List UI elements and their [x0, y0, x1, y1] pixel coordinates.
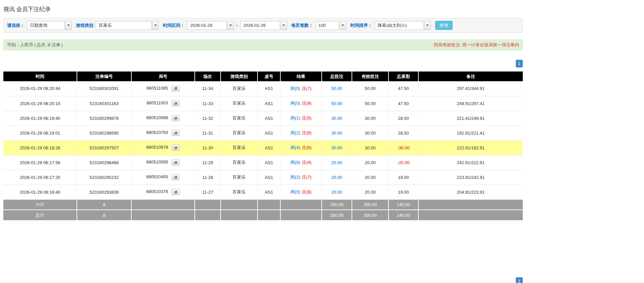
total-bet-link[interactable]: 20.00 — [331, 190, 342, 195]
col-header-round: 局号 — [131, 72, 195, 81]
range-separator: ~ — [236, 23, 238, 28]
subtotal-payout: 140.00 — [388, 199, 418, 210]
game-category-select[interactable]: 百家乐 — [96, 21, 158, 30]
total-bet-cell: 30.00 — [322, 111, 352, 126]
session-cell: 11-30 — [195, 140, 221, 155]
game-cell: 百家乐 — [221, 140, 258, 155]
replay-icon[interactable] — [172, 145, 180, 151]
grand-total-row: 总计 8 250.00 250.00 140.00 — [3, 210, 523, 220]
payout-cell: 47.50 — [388, 81, 418, 96]
bet-id-cell: 523160301163 — [77, 96, 131, 111]
total-bet-cell: 20.00 — [322, 185, 352, 199]
date-range-group: 时间区间： 2026-01-29 ~ 2026-01-29 — [163, 21, 287, 30]
payout-cell: 28.50 — [388, 111, 418, 126]
player-result: 闲(4) — [290, 145, 300, 150]
total-bet-cell: 30.00 — [322, 126, 352, 140]
replay-icon[interactable] — [172, 130, 180, 136]
session-cell: 11-27 — [195, 185, 221, 199]
total-bet-link[interactable]: 20.00 — [331, 160, 342, 165]
table-row: 2026-01-29 06:16:40 523160293839 6805103… — [3, 185, 523, 199]
grand-total-valid-bet: 250.00 — [352, 210, 388, 220]
time-sort-select[interactable]: 降幂(由大到小) — [375, 21, 431, 30]
filter-bar: 请选择： 日期查询 游戏类别 百家乐 时间区间： 2026-01-29 ~ 20… — [3, 18, 523, 33]
col-header-bet-id: 注单编号 — [77, 72, 131, 81]
round-cell: 680511085 — [131, 81, 195, 96]
col-header-payout: 总派彩 — [388, 72, 418, 81]
total-bet-link[interactable]: 30.00 — [331, 131, 342, 136]
time-sort-value[interactable]: 降幂(由大到小) — [375, 21, 424, 30]
chevron-down-icon[interactable] — [281, 21, 287, 30]
col-header-game: 游戏类别 — [221, 72, 258, 81]
session-cell: 11-29 — [195, 155, 221, 170]
chevron-down-icon[interactable] — [340, 21, 346, 30]
session-cell: 11-34 — [195, 81, 221, 96]
result-cell: 闲(0)庄(8) — [280, 185, 322, 199]
grand-total-label: 总计 — [3, 210, 77, 220]
game-cell: 百家乐 — [221, 185, 258, 199]
currency-summary: 币别：人民币 | 总共 :8 注单 | — [7, 42, 63, 48]
query-type-value[interactable]: 日期查询 — [27, 21, 64, 30]
round-number: 680510678 — [146, 145, 168, 150]
subtotal-total-bet: 250.00 — [322, 199, 352, 210]
table-no-cell: AS1 — [258, 140, 280, 155]
replay-icon[interactable] — [172, 100, 180, 106]
empty-cell — [258, 199, 280, 210]
chevron-down-icon[interactable] — [152, 21, 158, 30]
bet-id-cell: 523160293839 — [77, 185, 131, 199]
replay-icon[interactable] — [172, 174, 180, 180]
date-to-value[interactable]: 2026-01-29 — [240, 21, 280, 30]
subtotal-valid-bet: 250.00 — [352, 199, 388, 210]
total-bet-link[interactable]: 20.00 — [331, 175, 342, 180]
replay-icon[interactable] — [172, 86, 180, 92]
date-from-value[interactable]: 2026-01-29 — [187, 21, 227, 30]
result-cell: 闲(0)庄(9) — [280, 96, 322, 111]
replay-icon[interactable] — [172, 115, 180, 121]
date-from-select[interactable]: 2026-01-29 — [187, 21, 234, 30]
remark-cell: 192.91/221.41 — [418, 126, 523, 140]
total-bet-cell: 20.00 — [322, 155, 352, 170]
page-1-button[interactable]: 1 — [516, 277, 523, 283]
chevron-down-icon[interactable] — [227, 21, 234, 30]
round-number: 680510793 — [146, 130, 168, 135]
remark-cell: 223.91/242.91 — [418, 170, 523, 185]
table-no-cell: AS1 — [258, 126, 280, 140]
chevron-down-icon[interactable] — [424, 21, 431, 30]
query-type-select[interactable]: 日期查询 — [27, 21, 72, 30]
bet-id-cell: 523160302091 — [77, 81, 131, 96]
empty-cell — [418, 210, 523, 220]
game-cell: 百家乐 — [221, 111, 258, 126]
page-1-button[interactable]: 1 — [516, 60, 523, 67]
replay-icon[interactable] — [172, 189, 180, 195]
total-bet-link[interactable]: 30.00 — [331, 116, 342, 121]
round-cell: 680510898 — [131, 111, 195, 126]
total-bet-link[interactable]: 50.00 — [331, 86, 342, 91]
total-bet-cell: 50.00 — [322, 81, 352, 96]
game-cell: 百家乐 — [221, 96, 258, 111]
page-size-select[interactable]: 100 — [316, 21, 346, 30]
game-cell: 百家乐 — [221, 126, 258, 140]
page-size-value[interactable]: 100 — [316, 21, 339, 30]
round-cell: 680510595 — [131, 155, 195, 170]
valid-bet-cell: 50.00 — [352, 81, 388, 96]
total-bet-cell: 20.00 — [322, 170, 352, 185]
replay-icon[interactable] — [172, 159, 180, 166]
page-title: 视讯 会员下注纪录 — [3, 5, 523, 13]
pagination-bottom: 1 — [3, 277, 523, 283]
table-header-row: 时间 注单编号 局号 场次 游戏类别 桌号 结果 总投注 有效投注 总派彩 备注 — [3, 72, 523, 81]
time-cell: 2026-01-29 06:20:44 — [3, 81, 77, 96]
chevron-down-icon[interactable] — [65, 21, 72, 30]
valid-bet-cell: 30.00 — [352, 111, 388, 126]
table-row: 2026-01-29 06:17:20 523160295232 6805104… — [3, 170, 523, 185]
game-category-value[interactable]: 百家乐 — [96, 21, 151, 30]
result-cell: 闲(2)庄(8) — [280, 126, 322, 140]
total-bet-link[interactable]: 50.00 — [331, 101, 342, 106]
table-no-cell: AS1 — [258, 155, 280, 170]
payout-cell: 19.00 — [388, 185, 418, 199]
date-to-select[interactable]: 2026-01-29 — [240, 21, 287, 30]
query-button[interactable]: 查询 — [435, 21, 453, 30]
query-type-group: 请选择： 日期查询 — [7, 21, 72, 30]
round-number: 680510595 — [146, 159, 168, 164]
total-bet-link[interactable]: 30.00 — [331, 145, 342, 150]
empty-cell — [280, 199, 322, 210]
betting-records-table: 时间 注单编号 局号 场次 游戏类别 桌号 结果 总投注 有效投注 总派彩 备注… — [3, 72, 523, 220]
